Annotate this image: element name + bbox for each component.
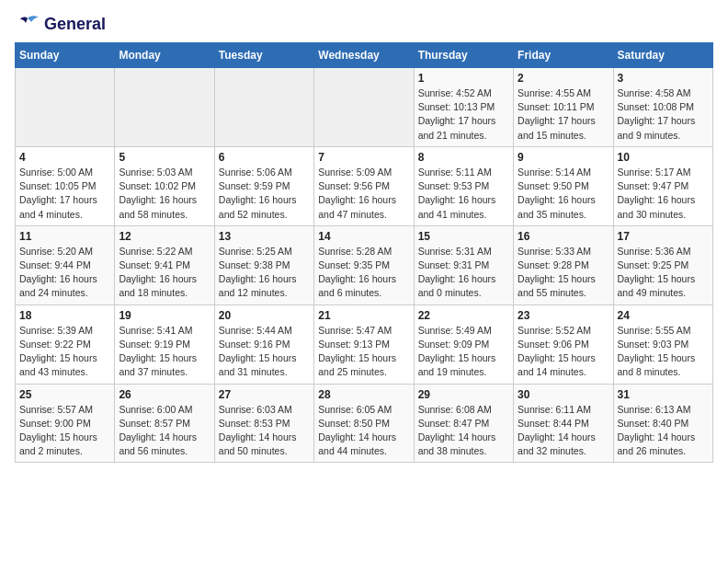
day-number: 4 [19,151,110,164]
day-info: Sunrise: 5:22 AM Sunset: 9:41 PM Dayligh… [119,245,210,301]
calendar-cell: 19Sunrise: 5:41 AM Sunset: 9:19 PM Dayli… [115,304,214,384]
calendar-cell [16,68,115,147]
day-number: 29 [418,388,509,401]
day-info: Sunrise: 5:25 AM Sunset: 9:38 PM Dayligh… [219,245,310,301]
day-number: 19 [119,309,210,322]
day-number: 6 [219,151,310,164]
day-of-week-header: Wednesday [314,43,414,68]
calendar-cell: 7Sunrise: 5:09 AM Sunset: 9:56 PM Daylig… [314,146,414,225]
calendar-cell: 18Sunrise: 5:39 AM Sunset: 9:22 PM Dayli… [16,304,115,384]
calendar-week-row: 25Sunrise: 5:57 AM Sunset: 9:00 PM Dayli… [16,384,713,463]
day-info: Sunrise: 5:44 AM Sunset: 9:16 PM Dayligh… [219,324,310,380]
calendar-week-row: 4Sunrise: 5:00 AM Sunset: 10:05 PM Dayli… [16,146,713,225]
day-info: Sunrise: 4:52 AM Sunset: 10:13 PM Daylig… [418,86,509,143]
day-number: 14 [318,230,409,243]
calendar-cell: 15Sunrise: 5:31 AM Sunset: 9:31 PM Dayli… [414,225,513,304]
day-info: Sunrise: 5:06 AM Sunset: 9:59 PM Dayligh… [219,166,310,222]
day-number: 7 [318,151,409,164]
day-number: 10 [618,151,709,164]
calendar-cell: 2Sunrise: 4:55 AM Sunset: 10:11 PM Dayli… [514,68,613,147]
day-of-week-header: Monday [115,43,214,68]
day-info: Sunrise: 6:03 AM Sunset: 8:53 PM Dayligh… [219,403,310,459]
day-info: Sunrise: 5:09 AM Sunset: 9:56 PM Dayligh… [318,166,409,222]
day-number: 28 [318,388,409,401]
calendar-cell: 14Sunrise: 5:28 AM Sunset: 9:35 PM Dayli… [314,225,414,304]
day-info: Sunrise: 6:13 AM Sunset: 8:40 PM Dayligh… [618,403,709,459]
calendar-body: 1Sunrise: 4:52 AM Sunset: 10:13 PM Dayli… [16,68,713,463]
day-info: Sunrise: 6:05 AM Sunset: 8:50 PM Dayligh… [318,403,409,459]
day-info: Sunrise: 5:47 AM Sunset: 9:13 PM Dayligh… [318,324,409,380]
calendar-cell: 9Sunrise: 5:14 AM Sunset: 9:50 PM Daylig… [514,146,613,225]
day-info: Sunrise: 4:58 AM Sunset: 10:08 PM Daylig… [618,86,709,143]
calendar-table: SundayMondayTuesdayWednesdayThursdayFrid… [15,42,713,463]
calendar-cell: 6Sunrise: 5:06 AM Sunset: 9:59 PM Daylig… [214,146,313,225]
calendar-cell: 11Sunrise: 5:20 AM Sunset: 9:44 PM Dayli… [16,225,115,304]
day-of-week-header: Thursday [414,43,513,68]
calendar-week-row: 18Sunrise: 5:39 AM Sunset: 9:22 PM Dayli… [16,304,713,384]
calendar-cell: 30Sunrise: 6:11 AM Sunset: 8:44 PM Dayli… [514,384,613,463]
day-info: Sunrise: 5:55 AM Sunset: 9:03 PM Dayligh… [618,324,709,380]
logo-text: General [44,16,106,34]
day-number: 5 [119,151,210,164]
day-number: 31 [618,388,709,401]
day-info: Sunrise: 5:17 AM Sunset: 9:47 PM Dayligh… [618,166,709,222]
logo: General [15,15,106,35]
day-info: Sunrise: 5:49 AM Sunset: 9:09 PM Dayligh… [418,324,509,380]
day-info: Sunrise: 5:52 AM Sunset: 9:06 PM Dayligh… [518,324,609,380]
calendar-cell: 4Sunrise: 5:00 AM Sunset: 10:05 PM Dayli… [16,146,115,225]
header: General [15,15,713,35]
calendar-week-row: 11Sunrise: 5:20 AM Sunset: 9:44 PM Dayli… [16,225,713,304]
calendar-cell: 31Sunrise: 6:13 AM Sunset: 8:40 PM Dayli… [613,384,712,463]
calendar-cell: 22Sunrise: 5:49 AM Sunset: 9:09 PM Dayli… [414,304,513,384]
day-of-week-header: Tuesday [214,43,313,68]
day-number: 15 [418,230,509,243]
day-info: Sunrise: 4:55 AM Sunset: 10:11 PM Daylig… [518,86,609,143]
day-info: Sunrise: 5:00 AM Sunset: 10:05 PM Daylig… [19,166,110,222]
day-number: 9 [518,151,609,164]
day-number: 3 [618,72,709,85]
day-info: Sunrise: 5:31 AM Sunset: 9:31 PM Dayligh… [418,245,509,301]
day-info: Sunrise: 5:33 AM Sunset: 9:28 PM Dayligh… [518,245,609,301]
calendar-cell: 29Sunrise: 6:08 AM Sunset: 8:47 PM Dayli… [414,384,513,463]
day-number: 22 [418,309,509,322]
calendar-cell [314,68,414,147]
calendar-week-row: 1Sunrise: 4:52 AM Sunset: 10:13 PM Dayli… [16,68,713,147]
day-number: 20 [219,309,310,322]
day-number: 21 [318,309,409,322]
calendar-cell: 5Sunrise: 5:03 AM Sunset: 10:02 PM Dayli… [115,146,214,225]
day-info: Sunrise: 6:11 AM Sunset: 8:44 PM Dayligh… [518,403,609,459]
calendar-cell: 24Sunrise: 5:55 AM Sunset: 9:03 PM Dayli… [613,304,712,384]
day-info: Sunrise: 5:14 AM Sunset: 9:50 PM Dayligh… [518,166,609,222]
day-number: 17 [618,230,709,243]
day-info: Sunrise: 5:11 AM Sunset: 9:53 PM Dayligh… [418,166,509,222]
day-number: 2 [518,72,609,85]
calendar-cell: 12Sunrise: 5:22 AM Sunset: 9:41 PM Dayli… [115,225,214,304]
day-info: Sunrise: 5:20 AM Sunset: 9:44 PM Dayligh… [19,245,110,301]
day-number: 25 [19,388,110,401]
calendar-cell: 21Sunrise: 5:47 AM Sunset: 9:13 PM Dayli… [314,304,414,384]
day-number: 16 [518,230,609,243]
day-number: 24 [618,309,709,322]
calendar-cell: 23Sunrise: 5:52 AM Sunset: 9:06 PM Dayli… [514,304,613,384]
day-of-week-row: SundayMondayTuesdayWednesdayThursdayFrid… [16,43,713,68]
day-info: Sunrise: 5:28 AM Sunset: 9:35 PM Dayligh… [318,245,409,301]
day-info: Sunrise: 6:00 AM Sunset: 8:57 PM Dayligh… [119,403,210,459]
calendar-cell: 17Sunrise: 5:36 AM Sunset: 9:25 PM Dayli… [613,225,712,304]
day-number: 27 [219,388,310,401]
calendar-cell: 8Sunrise: 5:11 AM Sunset: 9:53 PM Daylig… [414,146,513,225]
day-number: 11 [19,230,110,243]
day-of-week-header: Friday [514,43,613,68]
calendar-cell: 25Sunrise: 5:57 AM Sunset: 9:00 PM Dayli… [16,384,115,463]
calendar-cell: 10Sunrise: 5:17 AM Sunset: 9:47 PM Dayli… [613,146,712,225]
day-number: 13 [219,230,310,243]
calendar-cell: 26Sunrise: 6:00 AM Sunset: 8:57 PM Dayli… [115,384,214,463]
logo-icon [15,15,40,35]
day-of-week-header: Sunday [16,43,115,68]
calendar-cell: 13Sunrise: 5:25 AM Sunset: 9:38 PM Dayli… [214,225,313,304]
calendar-cell [115,68,214,147]
day-number: 8 [418,151,509,164]
calendar-cell [214,68,313,147]
calendar-cell: 28Sunrise: 6:05 AM Sunset: 8:50 PM Dayli… [314,384,414,463]
day-info: Sunrise: 5:36 AM Sunset: 9:25 PM Dayligh… [618,245,709,301]
calendar-cell: 27Sunrise: 6:03 AM Sunset: 8:53 PM Dayli… [214,384,313,463]
